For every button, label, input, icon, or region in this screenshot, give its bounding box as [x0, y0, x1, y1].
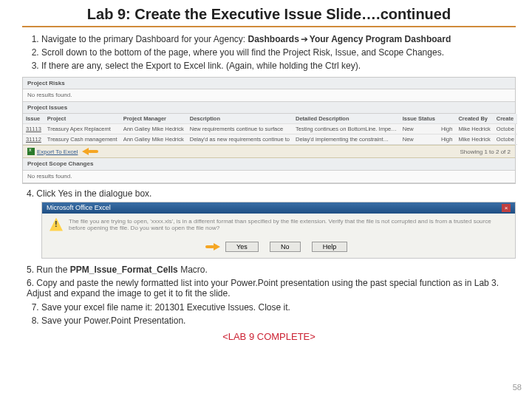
dashboard-screenshot: Project Risks No results found. Project …: [22, 77, 516, 184]
step-6: 6. Copy and paste the newly formatted li…: [27, 278, 516, 299]
callout-arrow-icon: [205, 243, 220, 250]
step-7: Save your excel file name it: 201301 Exe…: [41, 301, 516, 313]
step-1-bold2: Your Agency Program Dashboard: [310, 34, 451, 44]
export-row: Export To Excel Showing 1 to 2 of 2: [23, 145, 515, 158]
close-icon[interactable]: ×: [502, 204, 511, 212]
excel-icon: [27, 148, 35, 155]
steps-top-list: Navigate to the primary Dashboard for yo…: [22, 33, 516, 72]
scope-empty: No results found.: [23, 171, 515, 183]
step-1-text: Navigate to the primary Dashboard for yo…: [41, 34, 248, 44]
step-5: 5. Run the PPM_Issue_Format_Cells Macro.: [27, 265, 516, 275]
risks-empty: No results found.: [23, 89, 515, 102]
scope-header: Project Scope Changes: [23, 158, 515, 171]
export-label: Export To Excel: [37, 149, 78, 156]
warning-icon: [50, 218, 63, 231]
table-row: 31113 Treasury Apex Replacemt Ann Gailey…: [23, 124, 517, 134]
dialog-message: The file you are trying to open, 'xxxx.x…: [69, 218, 508, 232]
dialog-screenshot: Microsoft Office Excel × The file you ar…: [41, 202, 516, 259]
step-8: Save your Power.Point Presentation.: [41, 315, 516, 327]
page-number: 58: [513, 383, 522, 392]
dialog-buttons: Yes No Help: [42, 238, 515, 258]
table-header-row: Issue Project Project Manager Descriptio…: [23, 114, 517, 124]
export-to-excel-link[interactable]: Export To Excel: [27, 148, 78, 155]
step-2: Scroll down to the bottom of the page, w…: [41, 47, 516, 58]
showing-count: Showing 1 to 2 of 2: [460, 149, 511, 156]
table-row: 31112 Treasury Cash management Ann Gaile…: [23, 134, 517, 145]
step-1-bold1: Dashboards: [248, 34, 299, 44]
step-1: Navigate to the primary Dashboard for yo…: [41, 33, 516, 45]
dialog-title-text: Microsoft Office Excel: [47, 204, 111, 211]
arrow-icon: ➔: [301, 33, 308, 45]
help-button[interactable]: Help: [312, 242, 348, 252]
step-3: If there are any, select the Export to E…: [41, 60, 516, 72]
issues-table: Issue Project Project Manager Descriptio…: [23, 114, 517, 145]
step-4: 4. Click Yes in the dialogue box.: [27, 188, 516, 199]
page-title: Lab 9: Create the Executive Issue Slide……: [22, 6, 516, 27]
yes-button[interactable]: Yes: [225, 242, 259, 252]
lab-complete: <LAB 9 COMPLETE>: [22, 331, 516, 342]
dialog-titlebar: Microsoft Office Excel ×: [42, 202, 515, 214]
risks-header: Project Risks: [23, 78, 515, 90]
callout-arrow-icon: [82, 148, 98, 155]
issues-header: Project Issues: [23, 102, 515, 115]
no-button[interactable]: No: [270, 242, 301, 252]
